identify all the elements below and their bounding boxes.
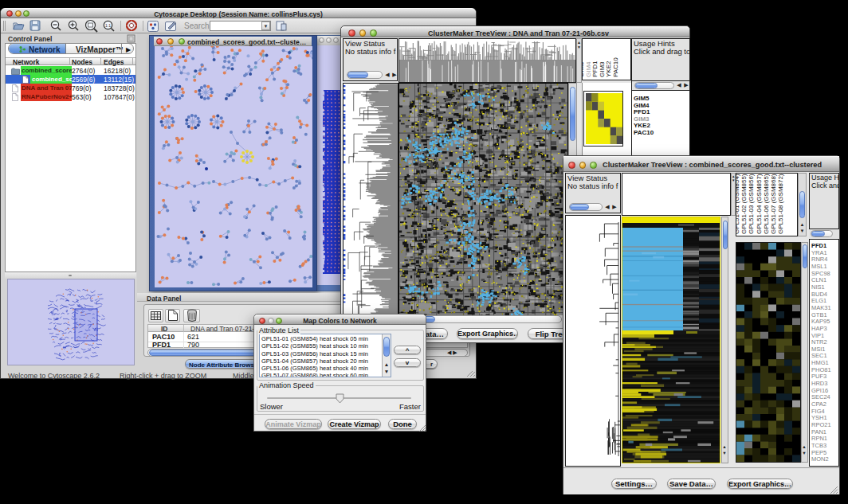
svg-text:1:1: 1:1 [105,23,111,28]
